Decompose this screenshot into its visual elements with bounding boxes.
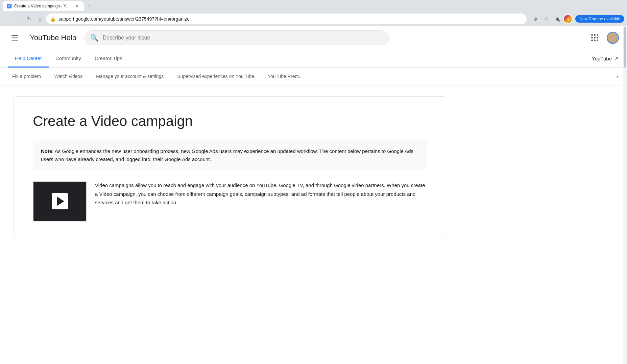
zoom-button[interactable]: ⊕: [531, 14, 540, 24]
tab-close-button[interactable]: ×: [74, 3, 80, 9]
sub-nav-manage-account[interactable]: Manage your account & settings: [89, 68, 170, 85]
new-tab-button[interactable]: +: [85, 1, 95, 11]
youtube-link[interactable]: YouTube ↗: [592, 55, 619, 62]
video-description: Video campaigns allow you to reach and e…: [95, 181, 427, 207]
sub-nav-fix-problem[interactable]: Fix a problem: [5, 68, 48, 85]
home-button[interactable]: ⌂: [35, 14, 45, 24]
chevron-right-icon: ›: [617, 73, 619, 80]
new-chrome-button[interactable]: New Chrome available: [575, 15, 624, 23]
page-content: YouTube Help 🔍: [0, 26, 627, 330]
search-bar[interactable]: 🔍: [85, 30, 389, 45]
tab-community[interactable]: Community: [49, 50, 88, 68]
site-header: YouTube Help 🔍: [0, 26, 627, 50]
active-tab[interactable]: G Create a Video campaign - You... ×: [3, 1, 84, 11]
article-card: Create a Video campaign Note: As Google …: [14, 96, 446, 238]
reload-button[interactable]: ↻: [24, 14, 34, 24]
sub-nav-supervised[interactable]: Supervised experiences on YouTube: [170, 68, 261, 85]
play-icon: [52, 193, 68, 209]
nav-tabs: Help Center Community Creator Tips YouTu…: [0, 50, 627, 68]
note-body: : As Google enhances the new user onboar…: [41, 148, 413, 162]
url-text: support.google.com/youtube/answer/237549…: [58, 16, 190, 22]
toolbar-actions: ⊕ ☆ 🔌 U New Chrome available: [531, 14, 624, 24]
search-icon: 🔍: [90, 34, 99, 42]
tab-help-center[interactable]: Help Center: [8, 50, 49, 68]
browser-window: G Create a Video campaign - You... × + ←…: [0, 0, 627, 26]
user-avatar[interactable]: [607, 32, 619, 44]
note-label: Note: [41, 148, 52, 154]
external-link-icon: ↗: [614, 55, 619, 62]
sub-nav: Fix a problem Watch videos Manage your a…: [0, 68, 627, 85]
tab-bar: G Create a Video campaign - You... × +: [0, 0, 627, 12]
tab-title: Create a Video campaign - You...: [14, 4, 72, 8]
sub-nav-next-button[interactable]: ›: [611, 70, 624, 83]
hamburger-icon: [11, 35, 18, 41]
header-actions: [588, 31, 619, 45]
site-logo: YouTube Help: [30, 33, 76, 42]
sub-nav-youtube-prem[interactable]: YouTube Prem...: [261, 68, 310, 85]
hamburger-menu-button[interactable]: [8, 31, 22, 45]
avatar-inner: [607, 32, 618, 43]
video-thumbnail[interactable]: [33, 181, 87, 222]
lock-icon: 🔒: [50, 16, 56, 22]
forward-button[interactable]: →: [14, 14, 23, 24]
apps-grid-icon: [591, 34, 598, 41]
note-paragraph: Note: As Google enhances the new user on…: [41, 147, 419, 163]
profile-avatar[interactable]: U: [563, 14, 573, 24]
sub-nav-watch-videos[interactable]: Watch videos: [48, 68, 90, 85]
apps-button[interactable]: [588, 31, 601, 45]
main-content: Create a Video campaign Note: As Google …: [0, 85, 473, 249]
tab-creator-tips[interactable]: Creator Tips: [88, 50, 129, 68]
url-bar[interactable]: 🔒 support.google.com/youtube/answer/2375…: [46, 14, 527, 24]
address-bar: ← → ↻ ⌂ 🔒 support.google.com/youtube/ans…: [0, 12, 627, 26]
scrollbar-thumb[interactable]: [624, 27, 626, 68]
search-input[interactable]: [103, 35, 383, 41]
note-box: Note: As Google enhances the new user on…: [33, 140, 427, 170]
page-scrollbar[interactable]: [623, 26, 627, 364]
play-triangle: [57, 197, 64, 206]
video-section: Video campaigns allow you to reach and e…: [33, 181, 427, 222]
avatar-face: [607, 32, 618, 43]
bookmark-button[interactable]: ☆: [541, 14, 551, 24]
back-button[interactable]: ←: [3, 14, 12, 24]
extensions-button[interactable]: 🔌: [552, 14, 562, 24]
article-title: Create a Video campaign: [33, 113, 427, 130]
tab-favicon: G: [7, 4, 11, 8]
